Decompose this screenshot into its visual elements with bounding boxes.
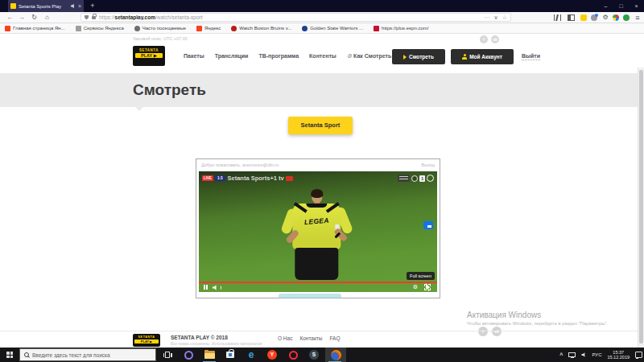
picture-in-picture-icon[interactable] (423, 221, 433, 229)
extension-icon-adblock[interactable] (623, 14, 630, 21)
browser-tab[interactable]: Setanta Sports Play × (8, 0, 84, 12)
reload-button[interactable]: ↻ (29, 12, 39, 23)
browser-tab-bar: Setanta Sports Play × + – □ × (0, 0, 644, 12)
setanta-sport-channel-button[interactable]: Setanta Sport (288, 117, 353, 134)
pause-button[interactable] (204, 285, 208, 290)
referee-jersey: LEGEA (292, 204, 341, 249)
bookmark-item[interactable]: Часто посещаемые (134, 26, 186, 31)
home-button[interactable]: ⌂ (42, 12, 52, 23)
yandex-browser-icon[interactable]: Y (262, 348, 282, 362)
channel-watermark: Setanta Sports+1 tv (228, 175, 284, 182)
watch-button[interactable]: Смотреть (392, 49, 445, 64)
warriors-favicon (302, 26, 308, 31)
footer-link-contacts[interactable]: Контакты (299, 335, 322, 341)
vk-icon[interactable]: vk (491, 35, 499, 43)
footer-link-faq[interactable]: FAQ (330, 335, 341, 341)
url-bar[interactable]: https://setantaplay.com/watch/setanta-sp… (80, 13, 511, 22)
file-explorer-icon[interactable] (200, 348, 219, 362)
task-view-button[interactable] (159, 348, 175, 362)
tab-audio-icon[interactable] (71, 4, 76, 9)
taskbar-search[interactable] (19, 348, 156, 361)
extension-icon-account[interactable] (591, 14, 597, 21)
bookmark-star-icon[interactable]: ☆ (502, 14, 507, 21)
viewer-overlay: 1 (398, 175, 434, 182)
volume-icon[interactable] (213, 285, 218, 290)
firefox-icon[interactable] (325, 348, 346, 362)
sidebar-icon[interactable] (568, 14, 575, 21)
tray-chevron-icon[interactable]: ^ (559, 352, 563, 358)
facebook-icon[interactable]: f (478, 327, 488, 336)
edge-icon[interactable]: e (242, 348, 261, 362)
taskbar-clock[interactable]: 15:3715.12.2019 (607, 350, 630, 360)
timezone-label: Часовой пояс: UTC +07:00 (133, 36, 188, 41)
video-player[interactable]: LIVE 1:3 Setanta Sports+1 tv 1 (199, 171, 437, 292)
score-bug: LIVE 1:3 Setanta Sports+1 tv (202, 175, 293, 182)
my-account-button[interactable]: Мой Аккаунт (451, 49, 514, 64)
jersey-stripe (326, 202, 340, 213)
logout-link[interactable]: Выйти (522, 53, 540, 60)
pocket-icon[interactable]: ∨ (494, 14, 498, 21)
opera-icon[interactable] (283, 348, 303, 362)
page-actions-icon[interactable]: ⋯ (485, 14, 490, 21)
extension-icon-yellow[interactable] (580, 14, 587, 21)
facebook-icon[interactable]: f (480, 35, 488, 43)
extension-icon-gear[interactable]: ⚙ (602, 14, 609, 21)
bookmark-item[interactable]: Golden State Warriors ... (302, 26, 363, 31)
lock-icon[interactable] (92, 16, 96, 19)
yandex-favicon (196, 26, 202, 31)
extension-icon-multicolor[interactable] (613, 14, 619, 21)
bookmark-item[interactable]: https://plus.espn.com/ (374, 26, 428, 31)
footer-copyright: SETANTA PLAY © 2018 (171, 335, 228, 340)
nav-item-tv-program[interactable]: ТВ-программа (258, 53, 299, 59)
scrollbar-thumb[interactable] (639, 70, 643, 343)
windows-activation-watermark: Активация Windows Чтобы активировать Win… (467, 311, 640, 326)
window-close-button[interactable]: × (629, 0, 644, 12)
volume-wave (219, 286, 221, 290)
nav-item-broadcasts[interactable]: Трансляции (215, 53, 249, 59)
page-title: Смотреть (133, 81, 206, 99)
nav-item-contents[interactable]: Контенты (309, 53, 336, 59)
nav-item-packages[interactable]: Пакеты (184, 53, 204, 59)
settings-gear-icon[interactable]: ⚙ (413, 284, 418, 290)
circle-icon (427, 175, 434, 182)
hamburger-menu-icon[interactable]: ≡ (633, 13, 642, 23)
window-minimize-button[interactable]: – (598, 0, 613, 12)
action-center-icon[interactable] (635, 352, 642, 358)
footer-divider (0, 331, 644, 331)
language-indicator[interactable]: РУС (592, 352, 601, 357)
footer-logo[interactable]: SETANTA PLAY ▶ (133, 334, 160, 347)
bookmark-item[interactable]: Главная страница Ян... (5, 26, 65, 31)
vk-icon[interactable]: vk (492, 327, 502, 336)
setanta-play-logo[interactable]: SETANTA PLAY ▶ (133, 46, 165, 66)
espn-favicon (374, 26, 379, 31)
social-links-footer: f vk (478, 327, 502, 336)
library-icon[interactable] (554, 14, 561, 21)
forward-button[interactable]: → (16, 12, 27, 23)
speaker-icon[interactable] (581, 352, 586, 357)
welcome-text: Добро пожаловать, anemonov@dfo.ru (201, 162, 279, 167)
band-notch (135, 107, 143, 111)
skype-icon[interactable]: S (304, 348, 324, 362)
back-button[interactable]: ← (5, 12, 15, 23)
video-progress-bar[interactable] (199, 282, 437, 283)
bookmark-item[interactable]: Яндекс (196, 26, 221, 31)
window-maximize-button[interactable]: □ (613, 0, 629, 12)
stats-chip (398, 175, 410, 182)
cortana-icon[interactable] (179, 348, 198, 362)
bookmark-item[interactable]: Watch Boston Bruins v... (231, 26, 291, 31)
tab-close-icon[interactable]: × (78, 3, 81, 9)
player-panel: Добро пожаловать, anemonov@dfo.ru Выход … (196, 158, 440, 298)
search-input[interactable] (32, 352, 145, 358)
start-button[interactable] (0, 348, 19, 362)
microsoft-store-icon[interactable] (221, 348, 240, 362)
player-exit-link[interactable]: Выход (422, 162, 435, 167)
footer-link-about[interactable]: О Нас (278, 335, 292, 341)
main-navigation: Пакеты Трансляции ТВ-программа Контенты … (184, 46, 391, 66)
page-scrollbar[interactable] (638, 68, 644, 362)
network-icon[interactable] (568, 352, 576, 357)
new-tab-button[interactable]: + (87, 0, 98, 12)
nav-item-how-to-watch[interactable]: ⚙Как Смотреть (347, 53, 391, 60)
windows-taskbar: e Y S ^ РУС 15:3715.12.2019 (0, 348, 644, 362)
tracking-shield-icon[interactable] (85, 15, 89, 20)
bookmark-item[interactable]: Сервисы Яндекса (76, 26, 124, 31)
